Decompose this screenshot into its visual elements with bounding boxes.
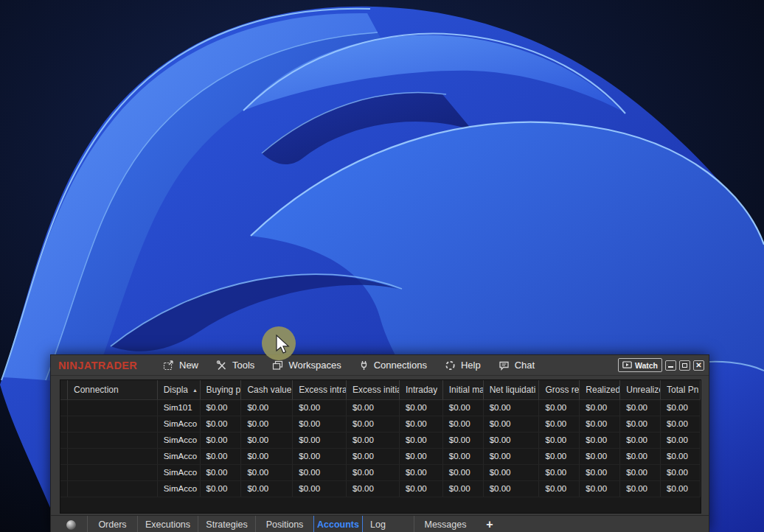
- window-body: ConnectionDispla▲Buying pCash valueExces…: [51, 376, 709, 514]
- grid-rows: Sim101$0.00$0.00$0.00$0.00$0.00$0.00$0.0…: [60, 400, 701, 497]
- menu-tools[interactable]: Tools: [216, 360, 254, 371]
- value-cell: $0.00: [484, 400, 540, 416]
- value-cell: $0.00: [484, 433, 540, 448]
- connection-status-orb-icon: [66, 520, 76, 530]
- value-cell: $0.00: [443, 481, 484, 497]
- row-margin-cell: [60, 481, 68, 497]
- add-tab-button[interactable]: +: [481, 516, 499, 532]
- value-cell: $0.00: [400, 400, 443, 416]
- column-header-connection[interactable]: Connection: [68, 380, 158, 399]
- value-cell: $0.00: [661, 433, 701, 448]
- account-row[interactable]: SimAcco$0.00$0.00$0.00$0.00$0.00$0.00$0.…: [60, 465, 701, 481]
- menu-chat[interactable]: Chat: [499, 360, 535, 371]
- value-cell: $0.00: [661, 416, 701, 432]
- plug-icon: [359, 360, 369, 371]
- value-cell: $0.00: [201, 449, 242, 464]
- display-name-cell: SimAcco: [158, 481, 201, 497]
- value-cell: $0.00: [539, 449, 580, 464]
- value-cell: $0.00: [443, 400, 484, 416]
- display-name-cell: SimAcco: [158, 449, 201, 464]
- account-row[interactable]: SimAcco$0.00$0.00$0.00$0.00$0.00$0.00$0.…: [60, 481, 701, 497]
- menu-connections[interactable]: Connections: [359, 360, 427, 371]
- value-cell: $0.00: [539, 465, 580, 480]
- value-cell: $0.00: [347, 449, 400, 464]
- value-cell: $0.00: [443, 433, 484, 448]
- value-cell: $0.00: [484, 416, 540, 432]
- column-header-row-margin: [60, 380, 68, 399]
- value-cell: $0.00: [539, 433, 580, 448]
- value-cell: $0.00: [293, 465, 347, 480]
- grid-empty-area: [60, 497, 701, 513]
- value-cell: $0.00: [293, 481, 347, 497]
- connection-status-zone: [51, 516, 87, 532]
- tab-strategies[interactable]: Strategies: [198, 516, 255, 532]
- menu-workspaces-label: Workspaces: [288, 360, 341, 371]
- menu-new[interactable]: New: [163, 360, 198, 371]
- account-row[interactable]: SimAcco$0.00$0.00$0.00$0.00$0.00$0.00$0.…: [60, 416, 701, 433]
- column-header-excess-intraday[interactable]: Excess intra: [293, 380, 347, 399]
- value-cell: $0.00: [241, 400, 293, 416]
- tab-messages[interactable]: Messages: [414, 516, 476, 532]
- account-row[interactable]: SimAcco$0.00$0.00$0.00$0.00$0.00$0.00$0.…: [60, 449, 701, 465]
- sort-ascending-icon: ▲: [192, 381, 198, 399]
- ninjatrader-control-center-window: NINJATRADER New Tools: [50, 354, 709, 532]
- column-header-display[interactable]: Displa▲: [158, 380, 201, 399]
- value-cell: $0.00: [293, 400, 347, 416]
- tab-log[interactable]: Log: [363, 516, 414, 532]
- column-header-gross-realized[interactable]: Gross rea: [539, 380, 580, 399]
- value-cell: $0.00: [443, 416, 484, 432]
- value-cell: $0.00: [293, 449, 347, 464]
- watch-button[interactable]: Watch: [618, 358, 662, 372]
- value-cell: $0.00: [443, 449, 484, 464]
- value-cell: $0.00: [400, 416, 443, 432]
- column-header-unrealized[interactable]: Unrealize: [620, 380, 661, 399]
- account-row[interactable]: Sim101$0.00$0.00$0.00$0.00$0.00$0.00$0.0…: [60, 400, 701, 416]
- value-cell: $0.00: [241, 449, 293, 464]
- menu-help[interactable]: Help: [445, 360, 481, 371]
- tab-accounts[interactable]: Accounts: [313, 516, 363, 532]
- column-header-buying-power[interactable]: Buying p: [201, 380, 242, 399]
- value-cell: $0.00: [347, 400, 400, 416]
- tab-positions[interactable]: Positions: [255, 516, 313, 532]
- connection-cell: [68, 416, 158, 432]
- tab-orders[interactable]: Orders: [87, 516, 137, 532]
- display-name-cell: SimAcco: [158, 433, 201, 448]
- column-header-cash-value[interactable]: Cash value: [241, 380, 293, 399]
- value-cell: $0.00: [580, 400, 620, 416]
- display-name-cell: SimAcco: [158, 465, 201, 480]
- bottom-tab-strip: OrdersExecutionsStrategiesPositionsAccou…: [51, 515, 709, 532]
- column-header-total-pnl[interactable]: Total Pn: [661, 380, 701, 399]
- value-cell: $0.00: [201, 465, 242, 480]
- tab-executions[interactable]: Executions: [137, 516, 198, 532]
- value-cell: $0.00: [620, 481, 661, 497]
- value-cell: $0.00: [620, 400, 661, 416]
- value-cell: $0.00: [241, 465, 293, 480]
- value-cell: $0.00: [539, 416, 580, 432]
- column-header-net-liquidation[interactable]: Net liquidati: [484, 380, 540, 399]
- value-cell: $0.00: [484, 465, 540, 480]
- connection-cell: [68, 449, 158, 464]
- column-header-initial-margin[interactable]: Initial ma: [443, 380, 484, 399]
- connection-cell: [68, 400, 158, 416]
- menu-tools-label: Tools: [232, 360, 254, 371]
- minimize-button[interactable]: [665, 360, 676, 371]
- value-cell: $0.00: [443, 465, 484, 480]
- column-header-realized[interactable]: Realized: [580, 380, 620, 399]
- watch-tv-icon: [622, 361, 632, 369]
- value-cell: $0.00: [484, 481, 540, 497]
- column-header-intraday[interactable]: Intraday: [400, 380, 443, 399]
- menu-workspaces[interactable]: Workspaces: [272, 360, 341, 371]
- column-header-excess-initial[interactable]: Excess initia: [347, 380, 400, 399]
- account-row[interactable]: SimAcco$0.00$0.00$0.00$0.00$0.00$0.00$0.…: [60, 433, 701, 449]
- close-button[interactable]: ✕: [693, 360, 704, 371]
- value-cell: $0.00: [580, 433, 620, 448]
- new-window-icon: [163, 360, 174, 371]
- maximize-button[interactable]: [679, 360, 690, 371]
- connection-cell: [68, 481, 158, 497]
- ninjatrader-logo: NINJATRADER: [58, 360, 135, 371]
- value-cell: $0.00: [661, 400, 701, 416]
- row-margin-cell: [60, 400, 68, 416]
- display-name-cell: SimAcco: [158, 416, 201, 432]
- connection-cell: [68, 465, 158, 480]
- value-cell: $0.00: [400, 465, 443, 480]
